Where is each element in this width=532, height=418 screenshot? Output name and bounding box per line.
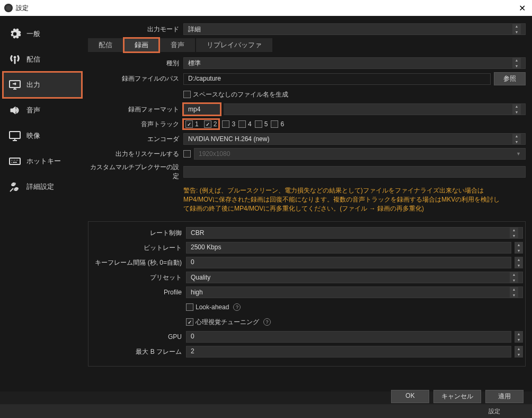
track-5-checkbox[interactable]: 5 [255,120,268,128]
titlebar: 設定 ✕ [0,0,532,16]
tab-stream[interactable]: 配信 [88,38,123,52]
track-6-checkbox[interactable]: 6 [271,120,284,128]
warning-text: 警告: (例えば、ブルースクリーン、電力損失などの結果として)ファイルをファイナ… [88,184,501,216]
sidebar-item-label: 映像 [26,131,40,141]
path-input[interactable]: D:/caputure [183,73,491,85]
encoder-select[interactable]: NVIDIA NVENC H.264 (new)▲▼ [183,133,526,145]
bframes-label: 最大 B フレーム [91,347,186,356]
preset-label: プリセット [91,273,186,282]
sidebar-item-video[interactable]: 映像 [3,123,82,149]
background-strip: 設定 [0,404,532,418]
type-select[interactable]: 標準▲▼ [183,57,526,69]
tab-audio[interactable]: 音声 [160,38,195,52]
sidebar-item-label: 音声 [26,106,40,115]
type-label: 種別 [88,59,183,68]
sidebar-item-general[interactable]: 一般 [3,21,82,47]
profile-select[interactable]: high▲▼ [186,286,523,298]
sidebar-item-label: 詳細設定 [26,182,54,191]
keyframe-label: キーフレーム間隔 (秒, 0=自動) [91,258,186,267]
monitor-arrow-icon [8,79,21,91]
svg-rect-1 [10,132,20,138]
help-icon[interactable]: ? [263,318,271,326]
bitrate-input[interactable]: 2500 Kbps [186,242,511,254]
keyboard-icon [8,155,21,168]
sidebar-item-advanced[interactable]: 詳細設定 [3,174,82,199]
apply-button[interactable]: 適用 [485,390,524,403]
track-2-checkbox[interactable]: 2 [204,120,217,128]
sidebar: 一般 配信 出力 音声 映像 [3,19,82,388]
content-panel: 出力モード 詳細 ▲▼ 配信 録画 音声 リプレイバッファ 種別 標準▲▼ 録画… [85,19,529,388]
mux-label: カスタムマルチプレクサーの設定 [88,163,183,181]
track-3-checkbox[interactable]: 3 [222,120,235,128]
rate-label: レート制御 [91,229,186,238]
close-icon[interactable]: ✕ [517,3,528,13]
encoder-label: エンコーダ [88,135,183,144]
bg-settings-label: 設定 [489,407,500,415]
dialog-footer: OK キャンセル 適用 [391,390,524,403]
sidebar-item-stream[interactable]: 配信 [3,47,82,72]
speaker-icon [8,104,21,117]
output-tabs: 配信 録画 音声 リプレイバッファ [88,38,526,52]
antenna-icon [8,53,21,66]
mux-input[interactable] [183,166,526,178]
output-mode-select[interactable]: 詳細 ▲▼ [183,23,526,35]
sidebar-item-output[interactable]: 出力 [3,72,82,98]
rescale-select[interactable]: 1920x1080▼ [194,148,526,160]
svg-rect-2 [10,158,20,164]
rescale-checkbox[interactable] [183,150,191,158]
gpu-input[interactable]: 0 [186,331,511,343]
sidebar-item-label: ホットキー [26,156,61,166]
browse-button[interactable]: 参照 [494,72,526,85]
tracks-label: 音声トラック [88,120,183,129]
preset-select[interactable]: Quality▲▼ [186,272,523,283]
rate-select[interactable]: CBR▲▼ [186,227,523,239]
gear-icon [8,28,21,40]
tab-replay[interactable]: リプレイバッファ [196,38,272,52]
monitor-icon [8,129,21,142]
bframes-input[interactable]: 2 [186,346,511,358]
sidebar-item-label: 配信 [26,55,40,64]
lookahead-checkbox[interactable]: Look-ahead [186,303,229,311]
output-mode-label: 出力モード [88,25,183,34]
format-label: 録画フォーマット [88,105,183,114]
bitrate-label: ビットレート [91,243,186,252]
path-label: 録画ファイルのパス [88,74,183,83]
track-1-checkbox[interactable]: 1 [185,120,199,128]
tab-record[interactable]: 録画 [124,38,159,52]
format-select[interactable]: mp4 [183,103,220,115]
sidebar-item-label: 出力 [26,80,40,90]
window-title: 設定 [16,4,29,13]
sidebar-item-audio[interactable]: 音声 [3,98,82,123]
sidebar-item-label: 一般 [26,29,40,39]
rescale-label: 出力をリスケールする [88,150,183,159]
ok-button[interactable]: OK [391,390,429,403]
psycho-checkbox[interactable]: 心理視覚チューニング [186,318,259,327]
obs-logo-icon [4,4,13,12]
nospace-checkbox[interactable]: スペースなしのファイル名を生成 [183,90,288,99]
cancel-button[interactable]: キャンセル [433,390,481,403]
sidebar-item-hotkeys[interactable]: ホットキー [3,149,82,174]
help-icon[interactable]: ? [233,303,241,311]
track-4-checkbox[interactable]: 4 [238,120,252,128]
encoder-panel: レート制御 CBR▲▼ ビットレート 2500 Kbps▲▼ キーフレーム間隔 … [88,221,526,367]
profile-label: Profile [91,289,186,296]
tools-icon [8,180,21,193]
keyframe-input[interactable]: 0 [186,257,511,268]
gpu-label: GPU [91,333,186,341]
